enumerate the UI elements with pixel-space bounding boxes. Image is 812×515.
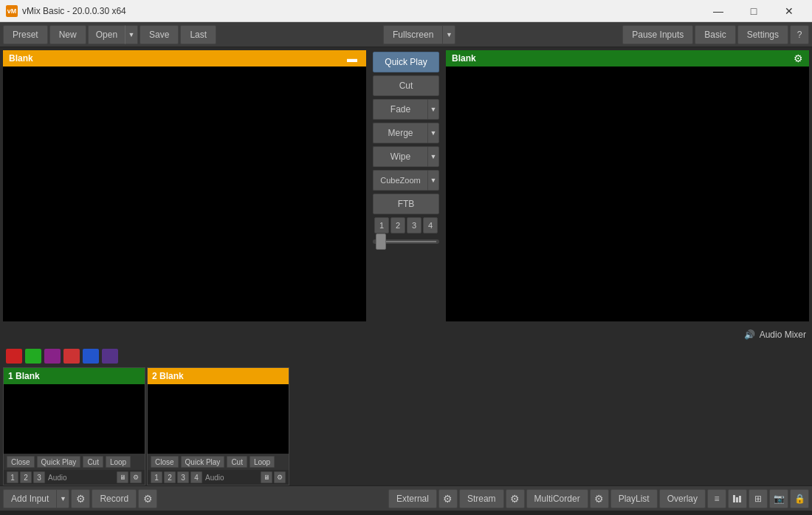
grid-view-icon[interactable]: ⊞ [749, 489, 768, 508]
input-1-num-2[interactable]: 2 [20, 471, 32, 483]
cubezoom-arrow[interactable]: ▼ [427, 170, 439, 191]
merge-button[interactable]: Merge [373, 123, 427, 143]
external-button[interactable]: External [388, 489, 437, 508]
output-screen [446, 66, 809, 321]
input-strip-2: 2 Blank Close Quick Play Cut Loop 1 2 3 … [147, 367, 289, 485]
ftb-button[interactable]: FTB [373, 194, 439, 214]
merge-arrow[interactable]: ▼ [427, 123, 439, 143]
input-2-cut-btn[interactable]: Cut [227, 456, 247, 468]
stream-gear-icon[interactable]: ⚙ [506, 489, 525, 508]
record-button[interactable]: Record [92, 489, 137, 508]
num-btn-3[interactable]: 3 [407, 217, 422, 233]
input-1-close-btn[interactable]: Close [7, 456, 35, 468]
num-buttons: 1 2 3 4 [374, 217, 438, 233]
input-1-num-1[interactable]: 1 [7, 471, 18, 483]
input-1-num-row: 1 2 3 Audio 🖥 ⚙ [4, 470, 145, 485]
external-gear-icon[interactable]: ⚙ [438, 489, 458, 508]
input-2-close-btn[interactable]: Close [151, 456, 179, 468]
lock-icon[interactable]: 🔒 [790, 489, 809, 508]
new-button[interactable]: New [49, 25, 86, 44]
stream-button[interactable]: Stream [459, 489, 504, 508]
transition-slider-thumb[interactable] [376, 233, 386, 250]
fullscreen-arrow[interactable]: ▼ [442, 25, 455, 44]
titlebar: vM vMix Basic - 20.0.0.30 x64 — □ ✕ [0, 0, 812, 22]
fullscreen-button[interactable]: Fullscreen [383, 25, 442, 44]
titlebar-controls: — □ ✕ [701, 0, 806, 22]
input-1-audio-label: Audio [47, 474, 69, 482]
input-2-quickplay-btn[interactable]: Quick Play [181, 456, 225, 468]
input-1-title: 1 Blank [4, 368, 145, 384]
input-2-gear-icon[interactable]: ⚙ [274, 471, 286, 483]
input-2-num-1[interactable]: 1 [151, 471, 162, 483]
input-1-quickplay-btn[interactable]: Quick Play [37, 456, 81, 468]
input-1-loop-btn[interactable]: Loop [106, 456, 131, 468]
input-2-loop-btn[interactable]: Loop [250, 456, 275, 468]
multicorder-button[interactable]: MultiCorder [526, 489, 588, 508]
add-input-button[interactable]: Add Input [3, 489, 56, 508]
input-2-controls: Close Quick Play Cut Loop [148, 454, 289, 470]
output-label: Blank ⚙ [446, 50, 809, 66]
num-btn-4[interactable]: 4 [423, 217, 438, 233]
maximize-button[interactable]: □ [737, 0, 771, 22]
last-button[interactable]: Last [180, 25, 216, 44]
preview-minimize-button[interactable]: ▬ [344, 52, 360, 64]
close-button[interactable]: ✕ [772, 0, 806, 22]
playlist-button[interactable]: PlayList [610, 489, 658, 508]
transition-slider-track [373, 239, 439, 244]
bar-view-icon[interactable] [728, 489, 747, 508]
input-strip-1: 1 Blank Close Quick Play Cut Loop 1 2 3 … [3, 367, 145, 485]
wipe-button[interactable]: Wipe [373, 146, 427, 167]
color-row [0, 345, 812, 367]
input-2-num-4[interactable]: 4 [190, 471, 202, 483]
color-swatch-green[interactable] [25, 349, 41, 364]
input-1-monitor-icon[interactable]: 🖥 [117, 471, 128, 483]
titlebar-title: vMix Basic - 20.0.0.30 x64 [22, 6, 126, 16]
fullscreen-dropdown: Fullscreen ▼ [383, 25, 455, 44]
toolbar: Preset New Open ▼ Save Last Fullscreen ▼… [0, 22, 812, 47]
audio-mixer-label: Audio Mixer [760, 330, 806, 340]
input-1-cut-btn[interactable]: Cut [83, 456, 103, 468]
cut-button[interactable]: Cut [373, 75, 439, 96]
open-button[interactable]: Open [88, 25, 125, 44]
output-gear-button[interactable]: ⚙ [794, 52, 803, 64]
preset-button[interactable]: Preset [3, 25, 48, 44]
status-bar: 480p29.97 EX FPS: 30 Render Time: 3 ms C… [0, 511, 812, 515]
input-1-gear-icon[interactable]: ⚙ [130, 471, 142, 483]
input-2-num-2[interactable]: 2 [164, 471, 176, 483]
num-btn-1[interactable]: 1 [374, 217, 389, 233]
multicorder-gear-icon[interactable]: ⚙ [590, 489, 609, 508]
overlay-button[interactable]: Overlay [659, 489, 706, 508]
audio-mixer-row: 🔊 Audio Mixer [0, 324, 812, 345]
quick-play-button[interactable]: Quick Play [373, 52, 439, 72]
list-view-icon[interactable]: ≡ [707, 489, 726, 508]
minimize-button[interactable]: — [701, 0, 735, 22]
add-input-arrow[interactable]: ▼ [56, 489, 69, 508]
open-arrow[interactable]: ▼ [125, 25, 138, 44]
input-1-num-3[interactable]: 3 [33, 471, 45, 483]
wipe-arrow[interactable]: ▼ [427, 146, 439, 167]
color-swatch-purple[interactable] [44, 349, 61, 364]
color-swatch-violet[interactable] [102, 349, 118, 364]
transition-slider-container [373, 239, 439, 244]
settings-button[interactable]: Settings [737, 25, 788, 44]
fade-button[interactable]: Fade [373, 99, 427, 120]
snapshot-icon[interactable]: 📷 [769, 489, 788, 508]
save-button[interactable]: Save [140, 25, 179, 44]
pause-inputs-button[interactable]: Pause Inputs [622, 25, 693, 44]
add-input-settings-icon[interactable]: ⚙ [71, 489, 90, 508]
input-2-monitor-icon[interactable]: 🖥 [261, 471, 272, 483]
help-button[interactable]: ? [790, 25, 809, 44]
record-gear-icon[interactable]: ⚙ [138, 489, 157, 508]
num-btn-2[interactable]: 2 [390, 217, 405, 233]
input-2-num-3[interactable]: 3 [177, 471, 189, 483]
preview-label: Blank ▬ [3, 50, 366, 66]
color-swatch-red[interactable] [6, 349, 22, 364]
input-1-label: Blank [16, 371, 40, 381]
fade-arrow[interactable]: ▼ [427, 99, 439, 120]
svg-rect-2 [739, 496, 741, 502]
cubezoom-button[interactable]: CubeZoom [373, 170, 427, 191]
color-swatch-blue[interactable] [83, 349, 99, 364]
basic-button[interactable]: Basic [695, 25, 735, 44]
fade-dropdown: Fade ▼ [373, 99, 439, 120]
color-swatch-crimson[interactable] [63, 349, 80, 364]
